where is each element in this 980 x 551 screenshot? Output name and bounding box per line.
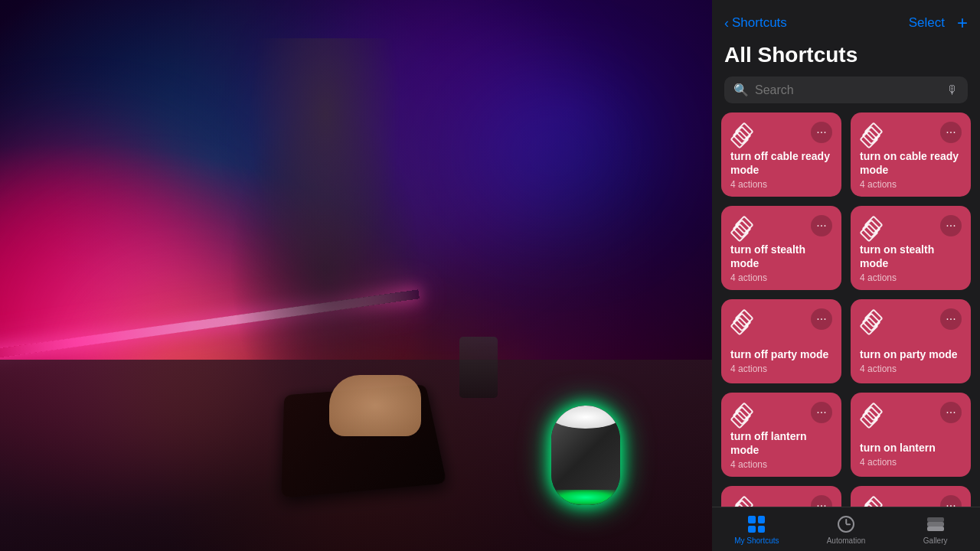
back-label: Shortcuts (732, 15, 787, 31)
card-subtitle: 4 actions (860, 364, 962, 374)
shortcut-card-1[interactable]: ··· turn on cable ready mode 4 actions (851, 112, 971, 197)
shortcut-card-2[interactable]: ··· turn off stealth mode 4 actions (721, 206, 841, 290)
search-input[interactable] (755, 83, 940, 97)
card-bottom: turn off cable ready mode 4 actions (730, 149, 832, 190)
shortcut-card-6[interactable]: ··· turn off lantern mode 4 actions (721, 393, 841, 477)
card-title: turn off party mode (730, 347, 832, 361)
card-more-button[interactable]: ··· (940, 215, 962, 236)
video-area (0, 0, 712, 551)
more-dots-icon: ··· (946, 220, 956, 232)
card-title: turn off lantern mode (730, 429, 832, 457)
card-more-button[interactable]: ··· (940, 308, 962, 330)
card-bottom: turn off stealth mode 4 actions (730, 243, 832, 283)
shortcuts-panel: ‹ Shortcuts Select + All Shortcuts 🔍 🎙 (712, 0, 980, 551)
add-shortcut-button[interactable]: + (957, 12, 968, 34)
card-icon (860, 122, 887, 149)
small-object (459, 337, 498, 398)
more-dots-icon: ··· (946, 313, 956, 325)
more-dots-icon: ··· (816, 220, 826, 232)
my-shortcuts-icon (746, 514, 767, 535)
card-top: ··· (860, 215, 962, 243)
layers-icon (733, 311, 755, 333)
card-more-button[interactable]: ··· (940, 122, 962, 143)
more-dots-icon: ··· (816, 126, 826, 139)
card-icon (860, 308, 887, 336)
tab-my-shortcuts[interactable]: My Shortcuts (712, 514, 802, 545)
tab-gallery[interactable]: Gallery (890, 514, 980, 545)
shortcut-card-5[interactable]: ··· turn on party mode 4 actions (851, 299, 971, 383)
card-top: ··· (860, 308, 962, 336)
card-title: turn off cable ready mode (730, 149, 832, 177)
page-title: All Shortcuts (712, 40, 980, 77)
card-bottom: turn on lantern 4 actions (860, 441, 962, 468)
card-bottom: turn on cable ready mode 4 actions (860, 149, 962, 190)
card-title: turn on stealth mode (860, 243, 962, 270)
card-subtitle: 4 actions (730, 272, 832, 283)
more-dots-icon: ··· (816, 313, 826, 325)
layers-icon (863, 311, 884, 333)
card-top: ··· (730, 402, 832, 429)
card-subtitle: 4 actions (860, 179, 962, 190)
speaker-cylinder (551, 406, 620, 505)
more-dots-icon: ··· (816, 406, 826, 419)
shortcut-card-7[interactable]: ··· turn on lantern 4 actions (851, 393, 971, 477)
card-more-button[interactable]: ··· (811, 215, 832, 236)
card-icon (860, 215, 887, 243)
card-bottom: turn on stealth mode 4 actions (860, 243, 962, 283)
card-more-button[interactable]: ··· (811, 122, 832, 143)
card-title: turn off stealth mode (730, 243, 832, 270)
layers-icon (863, 405, 884, 426)
card-icon (860, 402, 887, 429)
card-bottom: turn off lantern mode 4 actions (730, 429, 832, 470)
back-chevron-icon: ‹ (724, 15, 729, 31)
card-icon (730, 215, 758, 243)
hand (329, 375, 421, 436)
tab-gallery-label: Gallery (923, 536, 948, 545)
more-dots-icon: ··· (946, 406, 956, 419)
automation-icon (835, 514, 857, 535)
card-bottom: turn off party mode 4 actions (730, 347, 832, 374)
card-more-button[interactable]: ··· (811, 402, 832, 423)
shortcut-card-0[interactable]: ··· turn off cable ready mode 4 actions (721, 112, 841, 197)
search-bar[interactable]: 🔍 🎙 (724, 77, 968, 103)
search-icon: 🔍 (733, 83, 749, 97)
card-top: ··· (730, 215, 832, 243)
select-button[interactable]: Select (909, 15, 945, 31)
nav-actions: Select + (909, 12, 968, 34)
search-container: 🔍 🎙 (712, 77, 980, 112)
card-icon (730, 308, 758, 336)
card-bottom: turn on party mode 4 actions (860, 347, 962, 374)
card-subtitle: 4 actions (730, 459, 832, 470)
shortcuts-grid: ··· turn off cable ready mode 4 actions … (712, 112, 980, 551)
card-top: ··· (730, 308, 832, 336)
more-dots-icon: ··· (946, 126, 956, 139)
shortcut-card-3[interactable]: ··· turn on stealth mode 4 actions (851, 206, 971, 290)
gallery-icon (925, 514, 946, 535)
tab-automation[interactable]: Automation (802, 514, 891, 545)
card-title: turn on party mode (860, 347, 962, 361)
card-subtitle: 4 actions (860, 457, 962, 468)
layers-icon (733, 405, 755, 426)
card-subtitle: 4 actions (730, 179, 832, 190)
back-button[interactable]: ‹ Shortcuts (724, 15, 787, 31)
card-top: ··· (860, 402, 962, 429)
layers-icon (863, 218, 884, 240)
card-subtitle: 4 actions (730, 364, 832, 374)
tab-my-shortcuts-label: My Shortcuts (734, 536, 779, 545)
card-more-button[interactable]: ··· (940, 402, 962, 423)
card-more-button[interactable]: ··· (811, 308, 832, 330)
card-icon (730, 402, 758, 429)
card-icon (730, 122, 758, 149)
card-title: turn on cable ready mode (860, 149, 962, 177)
mic-icon[interactable]: 🎙 (946, 83, 959, 97)
card-top: ··· (860, 122, 962, 149)
card-title: turn on lantern (860, 441, 962, 455)
card-top: ··· (730, 122, 832, 149)
nav-bar: ‹ Shortcuts Select + (712, 0, 980, 40)
tab-bar: My Shortcuts Automation Gallery (712, 507, 980, 551)
shortcut-card-4[interactable]: ··· turn off party mode 4 actions (721, 299, 841, 383)
layers-icon (863, 125, 884, 146)
card-subtitle: 4 actions (860, 272, 962, 283)
layers-icon (733, 125, 755, 146)
layers-icon (733, 218, 755, 240)
